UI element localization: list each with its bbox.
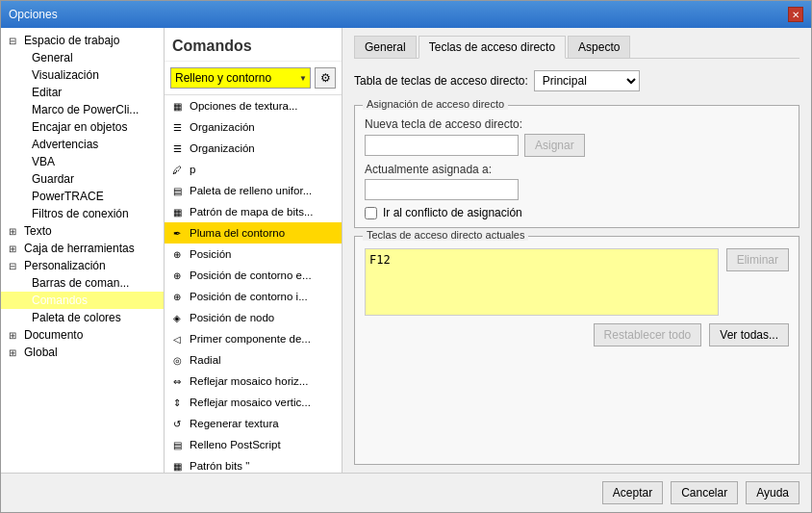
- cmd-item-posicion_contorno_e[interactable]: ⊕Posición de contorno e...: [165, 265, 342, 286]
- cmd-icon-p: 🖊: [168, 161, 186, 178]
- expand-icon-texto: ⊞: [9, 226, 20, 237]
- cmd-item-regenerar[interactable]: ↺Regenerar textura: [165, 413, 342, 434]
- cmd-item-organizacion2[interactable]: ☰Organización: [165, 138, 342, 159]
- cmd-item-primer_componente[interactable]: ◁Primer componente de...: [165, 328, 342, 349]
- tree-item-label-documento: Documento: [24, 328, 83, 342]
- cmd-icon-paleta_relleno: ▤: [168, 182, 186, 199]
- cmd-item-organizacion1[interactable]: ☰Organización: [165, 116, 342, 138]
- expand-icon-documento: ⊞: [9, 330, 20, 341]
- cmd-item-paleta_relleno[interactable]: ▤Paleta de relleno unifor...: [165, 180, 342, 201]
- table-dropdown[interactable]: Principal: [534, 70, 640, 91]
- tree-item-visualizacion[interactable]: Visualización: [1, 66, 164, 84]
- cmd-label-posicion_nodo: Posición de nodo: [190, 312, 274, 323]
- tree-item-texto[interactable]: ⊞Texto: [1, 222, 164, 240]
- cmd-item-radial[interactable]: ◎Radial: [165, 349, 342, 371]
- tab-aspecto[interactable]: Aspecto: [568, 36, 630, 58]
- tree-item-documento[interactable]: ⊞Documento: [1, 326, 164, 344]
- cmd-label-p: p: [190, 164, 195, 175]
- commands-header: Comandos: [165, 28, 342, 62]
- cmd-icon-organizacion1: ☰: [168, 118, 186, 136]
- aceptar-button[interactable]: Aceptar: [602, 481, 663, 504]
- tree-item-marco[interactable]: Marco de PowerCli...: [1, 101, 164, 118]
- tree-item-encajar[interactable]: Encajar en objetos: [1, 118, 164, 136]
- asignar-button[interactable]: Asignar: [524, 134, 585, 157]
- left-tree-panel: ⊟Espacio de trabajoGeneralVisualizaciónE…: [1, 28, 165, 473]
- tree-item-label-marco: Marco de PowerCli...: [32, 103, 139, 116]
- nueva-tecla-input[interactable]: [365, 135, 519, 156]
- tree-item-paleta_col[interactable]: Paleta de colores: [1, 309, 164, 326]
- actualmente-input[interactable]: [365, 179, 519, 200]
- cmd-item-relleno_postscript[interactable]: ▤Relleno PostScript: [165, 434, 342, 455]
- cmd-item-posicion_nodo[interactable]: ◈Posición de nodo: [165, 307, 342, 328]
- teclas-legend: Teclas de acceso directo actuales: [363, 229, 528, 241]
- tree-item-filtros[interactable]: Filtros de conexión: [1, 205, 164, 222]
- expand-icon-espacio: ⊟: [9, 36, 20, 46]
- dialog-footer: Aceptar Cancelar Ayuda: [1, 473, 811, 512]
- tree-item-advertencias[interactable]: Advertencias: [1, 136, 164, 153]
- tree-item-global[interactable]: ⊞Global: [1, 344, 164, 361]
- table-label: Tabla de teclas de acceso directo:: [354, 74, 528, 88]
- tree-item-vba[interactable]: VBA: [1, 153, 164, 170]
- tree-item-editar[interactable]: Editar: [1, 84, 164, 101]
- cmd-icon-reflejar_vert: ⇕: [168, 394, 186, 411]
- ayuda-button[interactable]: Ayuda: [746, 481, 799, 504]
- cmd-icon-radial: ◎: [168, 351, 186, 369]
- tree-item-caja[interactable]: ⊞Caja de herramientas: [1, 240, 164, 257]
- cmd-item-p[interactable]: 🖊p: [165, 159, 342, 180]
- tree-item-label-powertrace: PowerTRACE: [32, 190, 104, 203]
- close-button[interactable]: ✕: [788, 7, 803, 22]
- cmd-icon-relleno_postscript: ▤: [168, 436, 186, 453]
- tree-item-label-comandos: Comandos: [32, 294, 88, 307]
- nueva-tecla-label: Nueva tecla de acceso directo:: [365, 117, 789, 131]
- tree-item-personalizacion[interactable]: ⊟Personalización: [1, 257, 164, 274]
- checkbox-row: Ir al conflicto de asignación: [365, 206, 789, 219]
- restablecer-button[interactable]: Restablecer todo: [594, 323, 702, 346]
- dialog-window: Opciones ✕ ⊟Espacio de trabajoGeneralVis…: [0, 0, 812, 513]
- category-settings-button[interactable]: ⚙: [315, 67, 336, 89]
- tree-item-label-general: General: [32, 51, 73, 64]
- tree-item-espacio[interactable]: ⊟Espacio de trabajo: [1, 32, 164, 49]
- cmd-item-posicion[interactable]: ⊕Posición: [165, 244, 342, 265]
- cmd-icon-opciones_textura: ▦: [168, 97, 186, 115]
- tree-item-label-personalizacion: Personalización: [24, 259, 106, 272]
- tree-item-comandos[interactable]: Comandos: [1, 292, 164, 309]
- cmd-item-opciones_textura[interactable]: ▦Opciones de textura...: [165, 95, 342, 116]
- cmd-item-reflejar_horiz[interactable]: ⇔Reflejar mosaico horiz...: [165, 371, 342, 392]
- cmd-icon-primer_componente: ◁: [168, 330, 186, 347]
- eliminar-button[interactable]: Eliminar: [726, 248, 789, 271]
- tree-item-label-paleta_col: Paleta de colores: [32, 311, 121, 324]
- title-bar: Opciones ✕: [1, 1, 811, 28]
- cmd-icon-organizacion2: ☰: [168, 140, 186, 157]
- cmd-icon-posicion: ⊕: [168, 245, 186, 263]
- cmd-item-pluma_contorno[interactable]: ✒Pluma del contorno: [165, 222, 342, 244]
- actualmente-row: [365, 179, 789, 200]
- cmd-label-reflejar_vert: Reflejar mosaico vertic...: [190, 397, 311, 408]
- cmd-item-patron_mapa[interactable]: ▦Patrón de mapa de bits...: [165, 201, 342, 222]
- cmd-label-paleta_relleno: Paleta de relleno unifor...: [190, 185, 312, 196]
- tree-item-guardar[interactable]: Guardar: [1, 170, 164, 188]
- cmd-icon-posicion_nodo: ◈: [168, 309, 186, 326]
- tree-item-label-encajar: Encajar en objetos: [32, 120, 127, 134]
- dialog-body: ⊟Espacio de trabajoGeneralVisualizaciónE…: [1, 28, 811, 473]
- category-dropdown[interactable]: Relleno y contorno: [170, 67, 311, 89]
- cmd-item-posicion_contorno_i[interactable]: ⊕Posición de contorno i...: [165, 286, 342, 307]
- cmd-icon-regenerar: ↺: [168, 415, 186, 432]
- cancelar-button[interactable]: Cancelar: [671, 481, 738, 504]
- cmd-label-regenerar: Regenerar textura: [190, 418, 279, 429]
- shortcut-textarea[interactable]: [365, 248, 719, 316]
- nueva-tecla-row: Asignar: [365, 134, 789, 157]
- tree-item-general[interactable]: General: [1, 49, 164, 66]
- conflicto-checkbox[interactable]: [365, 207, 377, 219]
- tree-item-powertrace[interactable]: PowerTRACE: [1, 188, 164, 205]
- tab-teclas_acceso[interactable]: Teclas de acceso directo: [419, 36, 566, 59]
- tree-item-barras[interactable]: Barras de coman...: [1, 274, 164, 292]
- cmd-label-posicion_contorno_i: Posición de contorno i...: [190, 291, 308, 302]
- dropdown-wrapper: Relleno y contorno: [170, 67, 311, 89]
- cmd-label-opciones_textura: Opciones de textura...: [190, 100, 298, 112]
- expand-icon-personalizacion: ⊟: [9, 261, 20, 271]
- cmd-icon-reflejar_horiz: ⇔: [168, 372, 186, 390]
- cmd-item-patron_bits[interactable]: ▦Patrón bits ": [165, 455, 342, 473]
- ver-button[interactable]: Ver todas...: [709, 323, 789, 346]
- tab-general[interactable]: General: [354, 36, 417, 58]
- cmd-item-reflejar_vert[interactable]: ⇕Reflejar mosaico vertic...: [165, 392, 342, 413]
